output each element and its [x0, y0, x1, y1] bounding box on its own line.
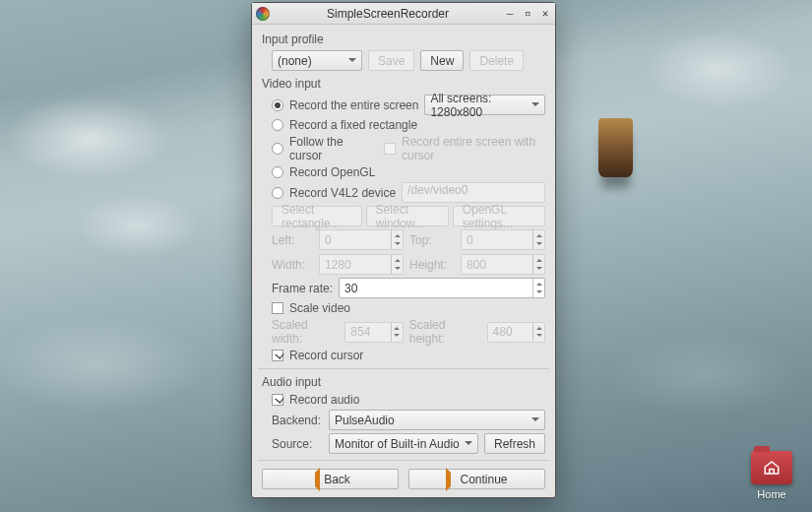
scaled-height-label: Scaled height: — [409, 318, 481, 346]
radio-opengl-label[interactable]: Record OpenGL — [289, 165, 375, 179]
screen-select[interactable]: All screens: 1280x800 — [424, 95, 545, 115]
audio-input-label: Audio input — [262, 375, 545, 389]
chevron-down-icon — [348, 58, 356, 66]
height-input: 800 — [461, 254, 545, 275]
check-record-cursor[interactable] — [272, 350, 283, 361]
minimize-button[interactable]: — — [504, 8, 516, 20]
source-label: Source: — [272, 437, 323, 451]
desktop-home-icon[interactable]: Home — [749, 451, 794, 500]
app-icon — [256, 7, 270, 21]
check-entire-screen-with-cursor-label: Record entire screen with cursor — [402, 135, 545, 162]
video-input-label: Video input — [262, 77, 545, 91]
chevron-down-icon — [465, 441, 472, 449]
close-button[interactable]: ✕ — [539, 8, 551, 20]
radio-entire-screen-label[interactable]: Record the entire screen — [289, 98, 418, 112]
frame-rate-input[interactable]: 30 — [339, 278, 545, 298]
profile-delete-button: Delete — [469, 50, 524, 71]
height-label: Height: — [409, 258, 455, 272]
scaled-height-input: 480 — [487, 322, 545, 343]
radio-opengl[interactable] — [272, 166, 283, 178]
select-rectangle-button: Select rectangle... — [272, 206, 362, 226]
radio-v4l2[interactable] — [272, 187, 283, 199]
frame-rate-label: Frame rate: — [272, 282, 333, 295]
left-label: Left: — [272, 233, 313, 247]
back-button[interactable]: Back — [262, 469, 399, 489]
backend-label: Backend: — [272, 414, 323, 427]
top-input: 0 — [461, 229, 545, 250]
scaled-width-input: 854 — [344, 322, 403, 343]
check-record-cursor-label[interactable]: Record cursor — [289, 349, 363, 362]
arrow-left-icon — [310, 473, 320, 486]
width-input: 1280 — [319, 254, 404, 275]
home-folder-icon — [751, 451, 792, 484]
input-profile-label: Input profile — [262, 32, 545, 46]
maximize-button[interactable]: ▫ — [522, 8, 533, 20]
top-label: Top: — [409, 233, 455, 247]
radio-v4l2-label[interactable]: Record V4L2 device — [289, 186, 396, 200]
profile-new-button[interactable]: New — [420, 50, 464, 71]
check-record-audio-label[interactable]: Record audio — [289, 393, 359, 407]
check-entire-screen-with-cursor — [384, 143, 396, 155]
source-select-value: Monitor of Built-in Audio Analog Ste — [335, 437, 460, 451]
titlebar[interactable]: SimpleScreenRecorder — ▫ ✕ — [252, 3, 555, 25]
screen-select-value: All screens: 1280x800 — [430, 92, 527, 119]
source-select[interactable]: Monitor of Built-in Audio Analog Ste — [329, 433, 478, 454]
desktop-background: Home SimpleScreenRecorder — ▫ ✕ Input pr… — [0, 0, 812, 512]
backend-select-value: PulseAudio — [335, 414, 395, 427]
v4l2-device-input: /dev/video0 — [402, 182, 545, 203]
radio-fixed-rect[interactable] — [272, 119, 283, 131]
check-scale-video[interactable] — [272, 302, 283, 314]
chevron-down-icon — [531, 102, 539, 110]
radio-entire-screen[interactable] — [272, 99, 283, 111]
profile-save-button: Save — [368, 50, 414, 71]
app-window: SimpleScreenRecorder — ▫ ✕ Input profile… — [251, 2, 556, 498]
chevron-down-icon — [531, 417, 539, 425]
continue-button[interactable]: Continue — [408, 469, 545, 489]
separator — [258, 368, 549, 369]
width-label: Width: — [272, 258, 313, 272]
opengl-settings-button: OpenGL settings... — [453, 206, 545, 226]
scaled-width-label: Scaled width: — [272, 318, 339, 346]
profile-select-value: (none) — [278, 54, 312, 68]
profile-select[interactable]: (none) — [272, 50, 362, 71]
refresh-button[interactable]: Refresh — [484, 433, 545, 454]
radio-follow-cursor[interactable] — [272, 143, 283, 155]
desktop-home-label: Home — [757, 488, 785, 500]
arrow-right-icon — [446, 473, 456, 486]
separator — [258, 460, 549, 461]
wallpaper-object — [598, 118, 633, 177]
radio-fixed-rect-label[interactable]: Record a fixed rectangle — [289, 118, 417, 132]
radio-follow-cursor-label[interactable]: Follow the cursor — [289, 135, 365, 162]
window-title: SimpleScreenRecorder — [276, 7, 500, 21]
backend-select[interactable]: PulseAudio — [329, 410, 545, 430]
select-window-button: Select window... — [366, 206, 449, 226]
check-scale-video-label[interactable]: Scale video — [289, 301, 350, 315]
left-input: 0 — [319, 229, 404, 250]
check-record-audio[interactable] — [272, 394, 283, 406]
